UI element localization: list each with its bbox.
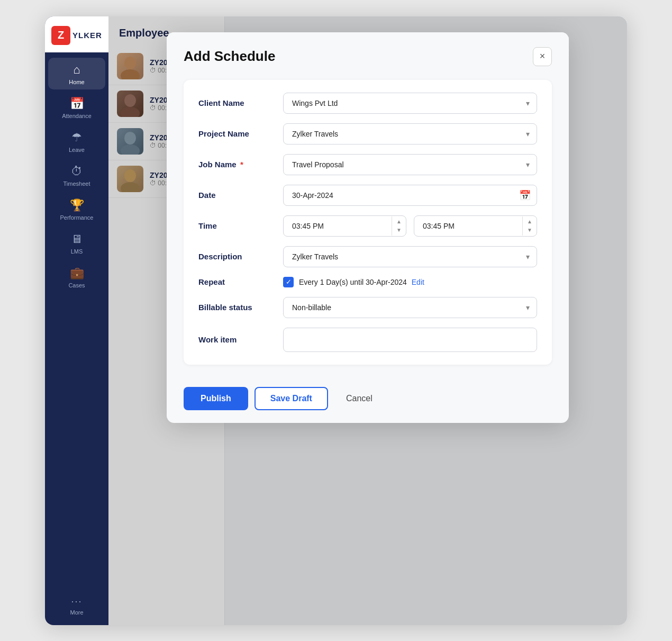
leave-icon: ☂ bbox=[71, 131, 82, 145]
project-name-label: Project Name bbox=[198, 129, 283, 138]
sidebar-item-more[interactable]: ··· More bbox=[70, 596, 83, 616]
sidebar-item-label: Attendance bbox=[62, 113, 92, 119]
billable-status-row: Billable status Non-billable Billable ▾ bbox=[198, 297, 537, 318]
dialog-overlay: Add Schedule × Client Name bbox=[108, 16, 627, 625]
repeat-value-row: ✓ Every 1 Day(s) until 30-Apr-2024 Edit bbox=[283, 277, 537, 287]
time-control: ▲ ▼ ▲ ▼ bbox=[283, 215, 537, 237]
date-field-wrapper: 📅 bbox=[283, 185, 537, 206]
sidebar-item-lms[interactable]: 🖥 LMS bbox=[48, 227, 105, 259]
project-name-control: Zylker Travels Project Alpha ▾ bbox=[283, 123, 537, 145]
repeat-control: ✓ Every 1 Day(s) until 30-Apr-2024 Edit bbox=[283, 277, 537, 287]
description-select-wrapper: Zylker Travels Other ▾ bbox=[283, 246, 537, 267]
description-select[interactable]: Zylker Travels Other bbox=[283, 246, 537, 267]
time-start-arrows: ▲ ▼ bbox=[392, 216, 406, 236]
time-end-arrows: ▲ ▼ bbox=[522, 216, 537, 236]
dialog-title: Add Schedule bbox=[184, 48, 275, 65]
date-input[interactable] bbox=[283, 185, 537, 206]
time-start-wrapper: ▲ ▼ bbox=[283, 215, 406, 237]
description-control: Zylker Travels Other ▾ bbox=[283, 246, 537, 267]
more-dots-icon: ··· bbox=[71, 596, 82, 607]
work-item-label: Work item bbox=[198, 335, 283, 344]
job-name-select[interactable]: Travel Proposal Design bbox=[283, 154, 537, 175]
sidebar-item-home[interactable]: ⌂ Home bbox=[48, 58, 105, 89]
sidebar: Z YLKER ⌂ Home 📅 Attendance ☂ Leave ⏱ Ti… bbox=[45, 16, 108, 625]
form-card: Client Name Wings Pvt Ltd Acme Corp ▾ bbox=[184, 80, 552, 365]
repeat-edit-link[interactable]: Edit bbox=[412, 278, 424, 286]
cancel-button[interactable]: Cancel bbox=[334, 388, 384, 409]
job-name-label: Job Name * bbox=[198, 160, 283, 169]
time-group: ▲ ▼ ▲ ▼ bbox=[283, 215, 537, 237]
billable-status-select[interactable]: Non-billable Billable bbox=[283, 297, 537, 318]
logo-icon: Z bbox=[51, 26, 70, 45]
work-item-input[interactable] bbox=[283, 328, 537, 352]
sidebar-item-label: Leave bbox=[69, 147, 85, 153]
required-indicator: * bbox=[240, 160, 243, 169]
dialog-footer: Publish Save Draft Cancel bbox=[167, 377, 569, 423]
sidebar-item-label: Timesheet bbox=[63, 180, 90, 187]
content-panel: Employee ZY20 ⏱ 00: ZY20 bbox=[108, 16, 627, 625]
time-row: Time ▲ ▼ bbox=[198, 215, 537, 237]
sidebar-item-label: Home bbox=[69, 79, 84, 85]
description-row: Description Zylker Travels Other ▾ bbox=[198, 246, 537, 267]
date-row: Date 📅 bbox=[198, 185, 537, 206]
attendance-icon: 📅 bbox=[70, 97, 84, 111]
time-down-button[interactable]: ▼ bbox=[526, 226, 533, 234]
logo-text: YLKER bbox=[72, 31, 102, 40]
date-label: Date bbox=[198, 191, 283, 200]
time-up-button[interactable]: ▲ bbox=[395, 218, 403, 226]
client-name-control: Wings Pvt Ltd Acme Corp ▾ bbox=[283, 93, 537, 114]
time-start-input[interactable] bbox=[284, 216, 392, 236]
date-control: 📅 bbox=[283, 185, 537, 206]
sidebar-item-label: LMS bbox=[71, 248, 83, 255]
repeat-checkbox[interactable]: ✓ bbox=[283, 277, 294, 287]
dialog-body: Client Name Wings Pvt Ltd Acme Corp ▾ bbox=[167, 75, 569, 377]
app-logo: Z YLKER bbox=[45, 16, 108, 52]
publish-button[interactable]: Publish bbox=[184, 387, 248, 410]
performance-icon: 🏆 bbox=[70, 198, 84, 212]
close-icon: × bbox=[540, 51, 546, 62]
sidebar-item-label: Cases bbox=[68, 282, 85, 288]
sidebar-item-label: Performance bbox=[60, 214, 94, 221]
client-name-select-wrapper: Wings Pvt Ltd Acme Corp ▾ bbox=[283, 93, 537, 114]
project-name-select[interactable]: Zylker Travels Project Alpha bbox=[283, 123, 537, 145]
lms-icon: 🖥 bbox=[71, 232, 83, 246]
repeat-text: Every 1 Day(s) until 30-Apr-2024 Edit bbox=[299, 278, 424, 286]
sidebar-item-timesheet[interactable]: ⏱ Timesheet bbox=[48, 159, 105, 191]
time-label: Time bbox=[198, 221, 283, 230]
project-name-row: Project Name Zylker Travels Project Alph… bbox=[198, 123, 537, 145]
more-label: More bbox=[70, 609, 83, 616]
job-name-control: Travel Proposal Design ▾ bbox=[283, 154, 537, 175]
repeat-row: Repeat ✓ Every 1 Day(s) until 30-Apr-202… bbox=[198, 277, 537, 287]
description-label: Description bbox=[198, 252, 283, 261]
billable-status-control: Non-billable Billable ▾ bbox=[283, 297, 537, 318]
time-end-wrapper: ▲ ▼ bbox=[414, 215, 537, 237]
save-draft-button[interactable]: Save Draft bbox=[255, 387, 328, 410]
client-name-label: Client Name bbox=[198, 98, 283, 107]
sidebar-item-attendance[interactable]: 📅 Attendance bbox=[48, 92, 105, 123]
sidebar-item-leave[interactable]: ☂ Leave bbox=[48, 125, 105, 157]
repeat-label: Repeat bbox=[198, 277, 283, 286]
main-area: Employee ZY20 ⏱ 00: ZY20 bbox=[108, 16, 627, 625]
client-name-select[interactable]: Wings Pvt Ltd Acme Corp bbox=[283, 93, 537, 114]
time-end-input[interactable] bbox=[414, 216, 522, 236]
billable-status-select-wrapper: Non-billable Billable ▾ bbox=[283, 297, 537, 318]
sidebar-item-performance[interactable]: 🏆 Performance bbox=[48, 193, 105, 225]
dialog-header: Add Schedule × bbox=[167, 32, 569, 75]
cases-icon: 💼 bbox=[70, 266, 84, 280]
client-name-row: Client Name Wings Pvt Ltd Acme Corp ▾ bbox=[198, 93, 537, 114]
work-item-control bbox=[283, 328, 537, 352]
home-icon: ⌂ bbox=[73, 63, 80, 77]
project-name-select-wrapper: Zylker Travels Project Alpha ▾ bbox=[283, 123, 537, 145]
billable-status-label: Billable status bbox=[198, 303, 283, 312]
sidebar-item-cases[interactable]: 💼 Cases bbox=[48, 261, 105, 293]
time-down-button[interactable]: ▼ bbox=[395, 226, 403, 234]
job-name-row: Job Name * Travel Proposal Design bbox=[198, 154, 537, 175]
close-button[interactable]: × bbox=[533, 47, 552, 66]
job-name-select-wrapper: Travel Proposal Design ▾ bbox=[283, 154, 537, 175]
add-schedule-dialog: Add Schedule × Client Name bbox=[167, 32, 569, 423]
sidebar-nav: ⌂ Home 📅 Attendance ☂ Leave ⏱ Timesheet … bbox=[45, 52, 108, 293]
timesheet-icon: ⏱ bbox=[71, 165, 83, 178]
work-item-row: Work item bbox=[198, 328, 537, 352]
time-up-button[interactable]: ▲ bbox=[526, 218, 533, 226]
